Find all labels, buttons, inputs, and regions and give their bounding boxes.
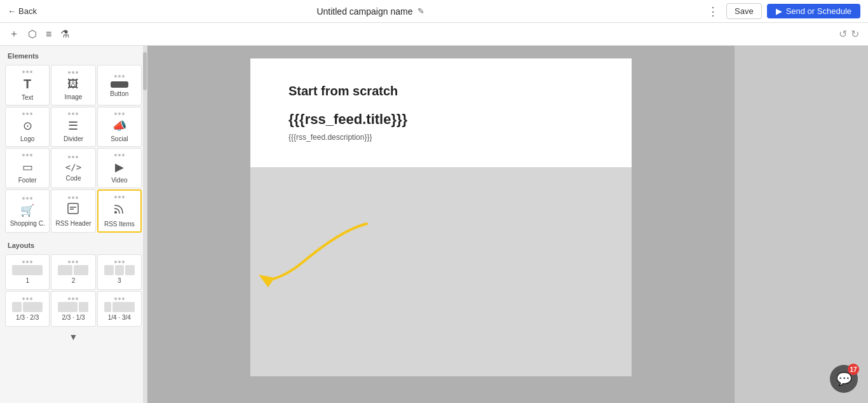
layout-1-dots xyxy=(22,261,32,263)
element-video-label: Video xyxy=(111,177,127,184)
canvas-template-var: {{{rss_feed.title}}} xyxy=(288,111,593,128)
element-social-dots xyxy=(114,113,125,115)
layout-split14-dots xyxy=(114,297,125,300)
send-schedule-button[interactable]: ▶ Send or Schedule xyxy=(767,4,860,18)
element-shopping-cart[interactable]: 🛒 Shopping C. xyxy=(5,189,50,233)
element-text[interactable]: T Text xyxy=(5,65,50,106)
elements-grid: T Text 🖼 Image Button xyxy=(0,62,147,235)
back-label: Back xyxy=(18,6,37,16)
layout-1-preview xyxy=(12,265,43,275)
element-cart-dots xyxy=(22,197,32,200)
element-logo[interactable]: ⊙ Logo xyxy=(5,107,50,147)
layout-1-label: 1 xyxy=(25,277,29,284)
footer-icon: ▭ xyxy=(22,160,33,174)
back-arrow-icon: ← xyxy=(8,6,16,16)
element-rss-header-dots xyxy=(68,196,78,199)
scrollbar-thumb[interactable] xyxy=(143,52,147,90)
layout-2-dots xyxy=(68,261,78,263)
element-code-label: Code xyxy=(66,175,81,182)
element-rss-items-dots xyxy=(114,196,125,198)
element-footer-label: Footer xyxy=(18,177,37,184)
more-options-icon[interactable]: ⋮ xyxy=(705,4,721,18)
layout-2[interactable]: 2 xyxy=(51,254,95,290)
element-rss-items[interactable]: RSS Items xyxy=(97,189,142,233)
back-button[interactable]: ← Back xyxy=(8,6,37,16)
chat-bubble[interactable]: 💬 17 xyxy=(830,365,858,393)
svg-point-3 xyxy=(114,211,117,214)
element-logo-dots xyxy=(22,113,32,115)
toolbar2: ＋ ⬡ ≡ ⚗ ↺ ↻ xyxy=(0,23,868,46)
layout-1[interactable]: 1 xyxy=(5,254,50,290)
layout-3[interactable]: 3 xyxy=(97,254,142,290)
element-code-dots xyxy=(68,156,78,158)
scrollbar[interactable] xyxy=(143,46,147,403)
layout-2-3-1-3[interactable]: 2/3 · 1/3 xyxy=(51,291,95,327)
button-icon xyxy=(111,81,128,88)
rss-items-icon xyxy=(113,202,126,218)
layout-split13-preview xyxy=(12,302,43,312)
right-panel xyxy=(735,46,868,403)
layout-1-3-2-3[interactable]: 1/3 · 2/3 xyxy=(5,291,50,327)
topbar-left: ← Back xyxy=(8,6,37,16)
layers-tool-icon[interactable]: ⬡ xyxy=(28,28,37,40)
element-divider-dots xyxy=(68,113,78,115)
rss-header-icon xyxy=(67,203,79,217)
layouts-grid: 1 2 3 xyxy=(0,252,147,329)
canvas-title: Start from scratch xyxy=(288,84,593,99)
logo-icon: ⊙ xyxy=(23,119,32,133)
settings-tool-icon[interactable]: ⚗ xyxy=(60,28,69,40)
social-icon: 📣 xyxy=(112,119,126,133)
campaign-title: Untitled campaign name xyxy=(316,6,412,17)
element-divider-label: Divider xyxy=(64,135,83,142)
element-logo-label: Logo xyxy=(20,135,34,142)
element-image[interactable]: 🖼 Image xyxy=(51,65,95,106)
canvas-desc-var: {{{rss_feed.description}}} xyxy=(288,133,593,142)
video-icon: ▶ xyxy=(115,160,124,174)
edit-icon[interactable]: ✎ xyxy=(417,6,424,16)
cart-icon: 🛒 xyxy=(20,203,34,217)
layout-split13-label: 1/3 · 2/3 xyxy=(16,314,39,321)
element-cart-label: Shopping C. xyxy=(10,220,45,227)
layout-split14-label: 1/4 · 3/4 xyxy=(108,314,131,321)
redo-button[interactable]: ↻ xyxy=(851,28,859,40)
layout-2-preview xyxy=(58,265,88,275)
add-tool-icon[interactable]: ＋ xyxy=(9,27,19,41)
element-rss-header[interactable]: RSS Header xyxy=(51,189,95,233)
element-rss-items-label: RSS Items xyxy=(104,221,135,228)
layout-1-4-3-4[interactable]: 1/4 · 3/4 xyxy=(97,291,142,327)
main-layout: Elements T Text 🖼 Image xyxy=(0,46,868,403)
topbar-center: Untitled campaign name ✎ xyxy=(42,6,700,17)
element-video[interactable]: ▶ Video xyxy=(97,148,142,188)
save-button[interactable]: Save xyxy=(726,3,762,19)
element-button-label: Button xyxy=(110,90,128,97)
layout-3-preview xyxy=(104,265,135,275)
layout-split13-dots xyxy=(22,297,32,300)
layouts-section-label: Layouts xyxy=(0,235,147,252)
chat-badge: 17 xyxy=(848,364,859,375)
element-footer-dots xyxy=(22,154,32,156)
email-canvas: Start from scratch {{{rss_feed.title}}} … xyxy=(250,58,632,376)
element-footer[interactable]: ▭ Footer xyxy=(5,148,50,188)
element-divider[interactable]: ☰ Divider xyxy=(51,107,95,147)
element-video-dots xyxy=(114,154,125,156)
element-social[interactable]: 📣 Social xyxy=(97,107,142,147)
layout-3-dots xyxy=(114,261,125,263)
image-icon: 🖼 xyxy=(67,78,79,91)
element-button[interactable]: Button xyxy=(97,65,142,106)
divider-icon: ☰ xyxy=(68,119,78,133)
canvas-area: Start from scratch {{{rss_feed.title}}} … xyxy=(147,46,735,403)
filter-tool-icon[interactable]: ≡ xyxy=(46,29,51,40)
element-social-label: Social xyxy=(111,135,128,142)
layout-split23-label: 2/3 · 1/3 xyxy=(62,314,85,321)
canvas-content: Start from scratch {{{rss_feed.title}}} … xyxy=(250,58,632,167)
sidebar: Elements T Text 🖼 Image xyxy=(0,46,147,403)
layout-3-label: 3 xyxy=(118,277,121,284)
svg-rect-0 xyxy=(68,203,78,214)
undo-button[interactable]: ↺ xyxy=(839,28,847,40)
topbar-right: ⋮ Save ▶ Send or Schedule xyxy=(705,3,860,19)
element-image-dots xyxy=(68,71,78,74)
sidebar-scroll-down[interactable]: ▼ xyxy=(0,329,147,345)
send-icon: ▶ xyxy=(776,6,782,16)
element-image-label: Image xyxy=(65,93,83,100)
element-code[interactable]: </> Code xyxy=(51,148,95,188)
